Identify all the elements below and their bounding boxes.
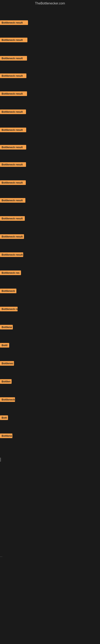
bottleneck-result-item: Bottl <box>0 343 9 348</box>
bottleneck-result-item: Bottleneck result <box>0 252 23 257</box>
bottleneck-result-item: Bottleneck <box>0 288 16 293</box>
bottleneck-result-item: Bottleneck result <box>0 74 26 78</box>
bottleneck-result-item: Bottleneck result <box>0 234 24 239</box>
bottleneck-result-item: Bottlen <box>0 379 12 384</box>
dots-indicator: ... <box>0 554 2 558</box>
cursor-indicator <box>0 458 1 462</box>
bottleneck-result-item: Bottleneck result <box>0 180 26 185</box>
bottleneck-result-item: Bottleneck result <box>0 216 25 221</box>
site-title: TheBottlenecker.com <box>0 0 100 7</box>
bottleneck-result-item: Bottleneck result <box>0 110 26 114</box>
bottleneck-result-item: Bottleneck result <box>0 162 26 167</box>
bottleneck-result-item: Bottleneck res <box>0 270 21 275</box>
bottleneck-result-item: Bottleneck result <box>0 38 27 42</box>
bottleneck-result-item: Bottleneck re <box>0 307 18 311</box>
bottleneck-result-item: Bottleneck <box>0 397 15 402</box>
bottleneck-result-item: Bottlenec <box>0 361 14 366</box>
bottleneck-result-item: Bottleneck result <box>0 128 26 132</box>
bottleneck-result-item: Bottleneck result <box>0 145 26 150</box>
bottleneck-result-item: Bott <box>0 416 8 420</box>
bottleneck-result-item: Bottleneck result <box>0 20 28 25</box>
bottleneck-result-item: Bottleneck result <box>0 198 25 203</box>
bottleneck-result-item: Bottleneck result <box>0 91 27 96</box>
bottleneck-result-item: Bottleneck result <box>0 56 27 60</box>
bottleneck-result-item: Bottlene <box>0 325 13 330</box>
bottleneck-result-item: Bottlene <box>0 434 12 438</box>
